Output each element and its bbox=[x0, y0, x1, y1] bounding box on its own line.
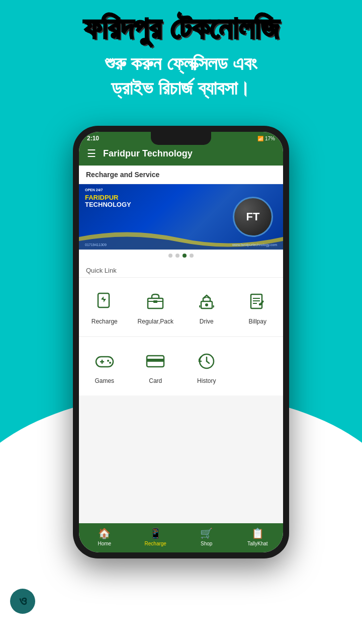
quick-link-history[interactable]: History bbox=[181, 342, 232, 390]
logo-symbol: ও bbox=[19, 593, 27, 610]
svg-point-5 bbox=[205, 303, 208, 306]
quick-link-label: Quick Link bbox=[79, 262, 283, 278]
tallykhat-nav-label: TallyKhat bbox=[247, 541, 268, 546]
promo-banner: OPEN 24/7 FARIDPUR TECHNOLOGY FT 0171941… bbox=[79, 184, 283, 250]
banner-container: OPEN 24/7 FARIDPUR TECHNOLOGY FT 0171941… bbox=[79, 184, 283, 250]
menu-icon[interactable]: ☰ bbox=[87, 147, 96, 159]
quick-link-recharge[interactable]: Recharge bbox=[79, 283, 130, 331]
dot-4[interactable] bbox=[190, 254, 194, 258]
bottom-navigation: 🏠 Home 📱 Recharge 🛒 Shop 📋 TallyKhat bbox=[79, 523, 283, 552]
tallykhat-nav-icon: 📋 bbox=[251, 527, 264, 539]
billpay-label: Billpay bbox=[249, 318, 266, 325]
app-title: Faridpur Technology bbox=[103, 148, 193, 159]
svg-rect-16 bbox=[147, 359, 164, 362]
shop-nav-icon: 🛒 bbox=[200, 527, 213, 539]
games-label: Games bbox=[95, 377, 114, 384]
ft-logo-text: FT bbox=[246, 210, 260, 223]
quick-link-games[interactable]: Games bbox=[79, 342, 130, 390]
drive-label: Drive bbox=[200, 318, 214, 325]
svg-line-20 bbox=[207, 361, 209, 363]
history-icon-box bbox=[194, 348, 220, 374]
games-icon bbox=[94, 351, 115, 372]
status-time: 2:10 bbox=[87, 135, 99, 142]
svg-rect-3 bbox=[153, 300, 157, 303]
games-icon-box bbox=[92, 348, 118, 374]
banner-name2: TECHNOLOGY bbox=[85, 201, 131, 208]
billpay-icon-box bbox=[244, 289, 270, 315]
quick-link-billpay[interactable]: Billpay bbox=[232, 283, 284, 331]
main-content: Recharge and Service OPEN 24/7 FARIDPUR … bbox=[79, 166, 283, 523]
banner-name1-span: FARIDPUR bbox=[85, 194, 118, 201]
app-header: ☰ Faridpur Technology bbox=[79, 143, 283, 166]
billpay-icon bbox=[247, 291, 268, 312]
banner-open-text: OPEN 24/7 bbox=[85, 188, 103, 192]
dot-1[interactable] bbox=[168, 254, 172, 258]
card-icon bbox=[145, 351, 166, 372]
nav-recharge[interactable]: 📱 Recharge bbox=[130, 527, 182, 546]
drive-icon-box bbox=[194, 289, 220, 315]
phone-notch bbox=[151, 132, 211, 145]
svg-point-14 bbox=[109, 362, 111, 364]
banner-phone: 01719411309 bbox=[85, 243, 107, 247]
home-nav-icon: 🏠 bbox=[98, 527, 111, 539]
dot-3-active[interactable] bbox=[183, 254, 187, 258]
card-icon-box bbox=[142, 348, 168, 374]
status-icons: 📶 17% bbox=[257, 136, 275, 141]
svg-point-13 bbox=[107, 360, 109, 362]
nav-home[interactable]: 🏠 Home bbox=[79, 527, 130, 546]
battery-text: 17% bbox=[265, 136, 275, 141]
drive-icon bbox=[196, 291, 217, 312]
page-header: ফরিদপুর টেকনোলজি শুরু করুন ফ্লেক্সিলড এব… bbox=[18, 10, 344, 101]
carousel-dots bbox=[79, 250, 283, 262]
history-icon bbox=[196, 351, 217, 372]
shop-nav-label: Shop bbox=[201, 541, 212, 546]
svg-rect-10 bbox=[96, 357, 113, 367]
recharge-nav-label: Recharge bbox=[145, 541, 166, 546]
quick-link-card[interactable]: Card bbox=[130, 342, 182, 390]
signal-icon: 📶 bbox=[257, 136, 263, 141]
banner-website: www.faridpurtechnology.com bbox=[232, 243, 277, 247]
card-label: Card bbox=[149, 377, 162, 384]
regular-pack-icon bbox=[145, 291, 166, 312]
recharge-section-label: Recharge and Service bbox=[79, 166, 283, 184]
recharge-icon-box bbox=[92, 289, 118, 315]
quick-links-row1: Recharge Regular,Pack bbox=[79, 278, 283, 336]
nav-shop[interactable]: 🛒 Shop bbox=[181, 527, 232, 546]
recharge-icon bbox=[94, 291, 115, 312]
banner-name1: FARIDPUR bbox=[85, 194, 131, 201]
empty-slot bbox=[232, 342, 284, 390]
regular-pack-label: Regular,Pack bbox=[138, 318, 173, 325]
banner-logo: FARIDPUR TECHNOLOGY bbox=[85, 194, 131, 209]
recharge-label: Recharge bbox=[92, 318, 118, 325]
main-title: ফরিদপুর টেকনোলজি bbox=[18, 10, 344, 46]
history-label: History bbox=[197, 377, 216, 384]
home-nav-label: Home bbox=[98, 541, 111, 546]
recharge-nav-icon: 📱 bbox=[149, 527, 162, 539]
phone-screen: 2:10 📶 17% ☰ Faridpur Technology Recharg… bbox=[79, 132, 283, 552]
quick-link-regular-pack[interactable]: Regular,Pack bbox=[130, 283, 182, 331]
regular-pack-icon-box bbox=[142, 289, 168, 315]
dot-2[interactable] bbox=[175, 254, 179, 258]
subtitle: শুরু করুন ফ্লেক্সিলড এবংড্রাইভ রিচার্জ ব… bbox=[18, 51, 344, 101]
svg-rect-1 bbox=[148, 298, 163, 308]
nav-tallykhat[interactable]: 📋 TallyKhat bbox=[232, 527, 284, 546]
phone-mockup: 2:10 📶 17% ☰ Faridpur Technology Recharg… bbox=[73, 126, 289, 558]
quick-links-row2: Games Card bbox=[79, 337, 283, 395]
bottom-brand-logo: ও bbox=[10, 589, 35, 614]
quick-link-drive[interactable]: Drive bbox=[181, 283, 232, 331]
banner-circle-logo: FT bbox=[233, 197, 273, 237]
